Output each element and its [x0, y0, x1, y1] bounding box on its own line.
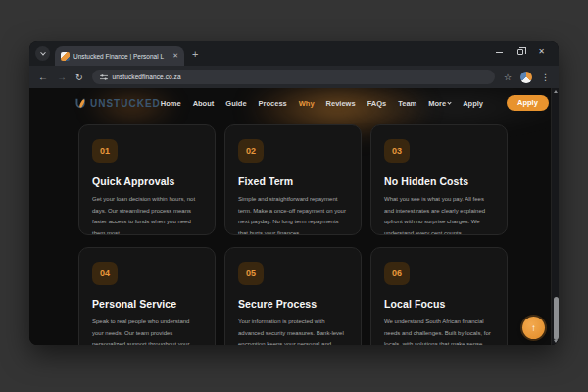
browser-menu-icon[interactable]: ⋮ [541, 73, 550, 82]
tab-title: Unstucked Finance | Personal L [74, 53, 167, 60]
nav-item-guide[interactable]: Guide [225, 99, 246, 108]
site-logo[interactable]: UNSTUCKED [74, 97, 161, 110]
nav-item-apply[interactable]: Apply [463, 99, 483, 108]
card-quick-approvals: 01 Quick Approvals Get your loan decisio… [78, 124, 216, 235]
card-title: Quick Approvals [92, 175, 202, 187]
nav-item-team[interactable]: Team [398, 99, 416, 108]
nav-item-faqs[interactable]: FAQs [368, 99, 387, 108]
restore-button[interactable] [517, 49, 523, 55]
scroll-to-top-button[interactable]: ↑ [522, 317, 545, 339]
site-navbar: UNSTUCKED Home About Guide Process Why R… [29, 88, 559, 118]
chevron-down-icon [448, 100, 452, 104]
scrollbar-thumb[interactable] [554, 297, 559, 340]
browser-tab[interactable]: Unstucked Finance | Personal L ✕ [55, 46, 184, 66]
minimize-icon [496, 52, 503, 53]
card-body: What you see is what you pay. All fees a… [384, 194, 494, 235]
tab-favicon [61, 52, 70, 61]
browser-window: Unstucked Finance | Personal L ✕ + ✕ ← →… [29, 41, 559, 345]
nav-links: Home About Guide Process Why Reviews FAQ… [161, 95, 549, 111]
card-secure-process: 05 Secure Process Your information is pr… [224, 247, 362, 345]
nav-item-process[interactable]: Process [259, 99, 287, 108]
more-label: More [428, 99, 446, 108]
card-body: We understand South African financial ne… [384, 317, 494, 345]
tab-strip: Unstucked Finance | Personal L ✕ + ✕ [29, 41, 559, 66]
nav-item-why[interactable]: Why [299, 99, 315, 108]
url-text: unstuckedfinance.co.za [113, 74, 181, 80]
browser-toolbar: ← → ↻ unstuckedfinance.co.za ☆ ⋮ [29, 66, 559, 88]
logo-text: UNSTUCKED [90, 98, 161, 109]
page-viewport: UNSTUCKED Home About Guide Process Why R… [29, 88, 559, 345]
minimize-button[interactable] [496, 52, 503, 53]
card-title: Personal Service [92, 298, 202, 310]
card-body: Get your loan decision within hours, not… [92, 194, 202, 235]
card-number-badge: 05 [238, 262, 264, 285]
nav-item-reviews[interactable]: Reviews [326, 99, 356, 108]
nav-item-more[interactable]: More [428, 99, 451, 108]
back-button[interactable]: ← [38, 73, 48, 82]
card-title: Secure Process [238, 298, 348, 310]
card-body: Your information is protected with advan… [238, 317, 348, 345]
scrollbar-down-arrow[interactable] [554, 340, 558, 343]
card-title: Local Focus [384, 298, 494, 310]
restore-icon [517, 49, 523, 55]
reload-button[interactable]: ↻ [75, 73, 83, 82]
page-scrollbar[interactable] [551, 88, 559, 345]
card-no-hidden-costs: 03 No Hidden Costs What you see is what … [370, 124, 508, 235]
bookmark-star-icon[interactable]: ☆ [504, 73, 512, 82]
logo-icon [74, 97, 87, 110]
card-fixed-term: 02 Fixed Term Simple and straightforward… [224, 124, 362, 235]
nav-item-about[interactable]: About [193, 99, 215, 108]
card-number-badge: 01 [92, 139, 118, 163]
tab-search-button[interactable] [35, 46, 50, 61]
card-number-badge: 04 [92, 262, 118, 285]
card-title: Fixed Term [238, 175, 348, 187]
nav-item-home[interactable]: Home [161, 99, 181, 108]
card-title: No Hidden Costs [384, 175, 494, 187]
feature-cards-grid: 01 Quick Approvals Get your loan decisio… [78, 124, 508, 345]
card-number-badge: 06 [384, 262, 410, 285]
scrollbar-up-arrow[interactable] [554, 90, 558, 93]
forward-button[interactable]: → [57, 73, 67, 82]
site-settings-icon[interactable] [100, 74, 108, 81]
profile-avatar[interactable] [520, 72, 532, 83]
new-tab-button[interactable]: + [192, 47, 198, 61]
up-arrow-icon: ↑ [531, 323, 536, 333]
apply-button[interactable]: Apply [507, 95, 549, 111]
close-window-button[interactable]: ✕ [538, 48, 545, 56]
tab-close-icon[interactable]: ✕ [171, 52, 178, 60]
chevron-down-icon [40, 49, 46, 55]
window-controls: ✕ [496, 48, 559, 64]
card-body: Speak to real people who understand your… [92, 317, 202, 345]
card-number-badge: 02 [238, 139, 264, 163]
address-bar[interactable]: unstuckedfinance.co.za [92, 70, 495, 84]
card-personal-service: 04 Personal Service Speak to real people… [78, 247, 216, 345]
card-number-badge: 03 [384, 139, 410, 163]
card-local-focus: 06 Local Focus We understand South Afric… [370, 247, 508, 345]
card-body: Simple and straightforward repayment ter… [238, 194, 348, 235]
